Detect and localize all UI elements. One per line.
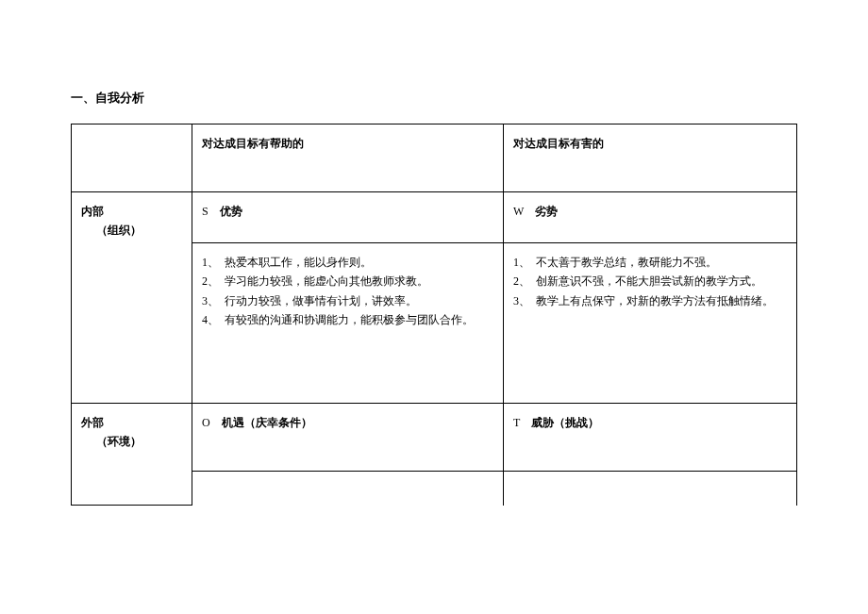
section-title: 一、自我分析 — [71, 90, 797, 107]
header-harmful-text: 对达成目标有害的 — [513, 137, 604, 150]
s-word: 优势 — [220, 205, 242, 218]
threat-content-cell — [504, 472, 797, 506]
header-harmful-cell: 对达成目标有害的 — [504, 124, 797, 192]
list-item: 不太善于教学总结，教研能力不强。 — [513, 253, 787, 272]
header-helpful-text: 对达成目标有帮助的 — [202, 137, 304, 150]
external-label-row: 外部 （环境） O机遇（庆幸条件） T威胁（挑战） — [72, 404, 797, 472]
header-row: 对达成目标有帮助的 对达成目标有害的 — [72, 124, 797, 192]
o-letter: O — [202, 413, 210, 432]
external-label-cell: 外部 （环境） — [72, 404, 192, 506]
list-item: 学习能力较强，能虚心向其他教师求教。 — [202, 272, 493, 290]
opportunity-header-cell: O机遇（庆幸条件） — [192, 404, 504, 472]
header-helpful-cell: 对达成目标有帮助的 — [192, 124, 504, 192]
list-item: 热爱本职工作，能以身作则。 — [202, 253, 493, 272]
external-line2: （环境） — [96, 435, 142, 448]
t-letter: T — [513, 413, 520, 432]
weaknesses-list: 不太善于教学总结，教研能力不强。 创新意识不强，不能大胆尝试新的教学方式。 教学… — [513, 253, 787, 310]
strengths-list: 热爱本职工作，能以身作则。 学习能力较强，能虚心向其他教师求教。 行动力较强，做… — [202, 253, 493, 330]
list-item: 创新意识不强，不能大胆尝试新的教学方式。 — [513, 272, 787, 290]
threat-header-cell: T威胁（挑战） — [504, 404, 797, 472]
strengths-list-cell: 热爱本职工作，能以身作则。 学习能力较强，能虚心向其他教师求教。 行动力较强，做… — [192, 243, 504, 404]
header-empty-cell — [72, 124, 192, 192]
external-line1: 外部 — [81, 416, 104, 429]
w-word: 劣势 — [535, 205, 558, 218]
t-word: 威胁（挑战） — [531, 416, 599, 429]
internal-line2: （组织） — [96, 224, 142, 237]
internal-label-row: 内部 （组织） S优势 W劣势 — [72, 192, 797, 243]
opportunity-content-cell — [192, 472, 504, 506]
list-item: 行动力较强，做事情有计划，讲效率。 — [202, 291, 493, 310]
s-letter: S — [202, 202, 209, 221]
strengths-header-cell: S优势 — [192, 192, 504, 243]
weaknesses-list-cell: 不太善于教学总结，教研能力不强。 创新意识不强，不能大胆尝试新的教学方式。 教学… — [504, 243, 797, 404]
swot-table: 对达成目标有帮助的 对达成目标有害的 内部 （组织） S优势 W劣势 热爱本职工… — [71, 124, 797, 506]
list-item: 有较强的沟通和协调能力，能积极参与团队合作。 — [202, 310, 493, 329]
o-word: 机遇（庆幸条件） — [222, 416, 312, 429]
internal-label-cell: 内部 （组织） — [72, 192, 192, 404]
weaknesses-header-cell: W劣势 — [504, 192, 797, 243]
internal-line1: 内部 — [81, 205, 104, 218]
w-letter: W — [513, 202, 524, 221]
list-item: 教学上有点保守，对新的教学方法有抵触情绪。 — [513, 291, 787, 310]
